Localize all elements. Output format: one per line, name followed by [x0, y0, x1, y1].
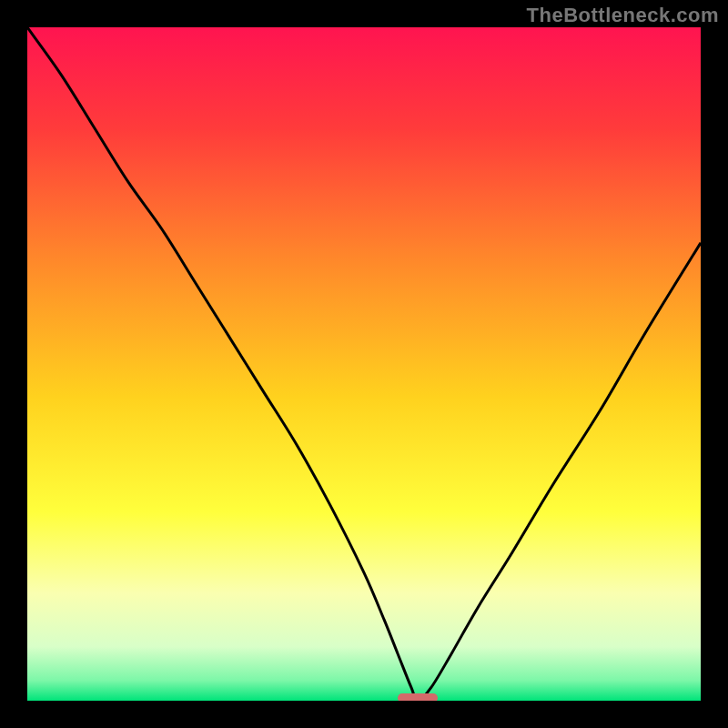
chart-frame: TheBottleneck.com [0, 0, 728, 728]
curve-path [27, 27, 701, 701]
balanced-marker [398, 693, 438, 701]
bottleneck-curve [27, 27, 701, 701]
plot-area [27, 27, 701, 701]
watermark-text: TheBottleneck.com [527, 4, 719, 27]
